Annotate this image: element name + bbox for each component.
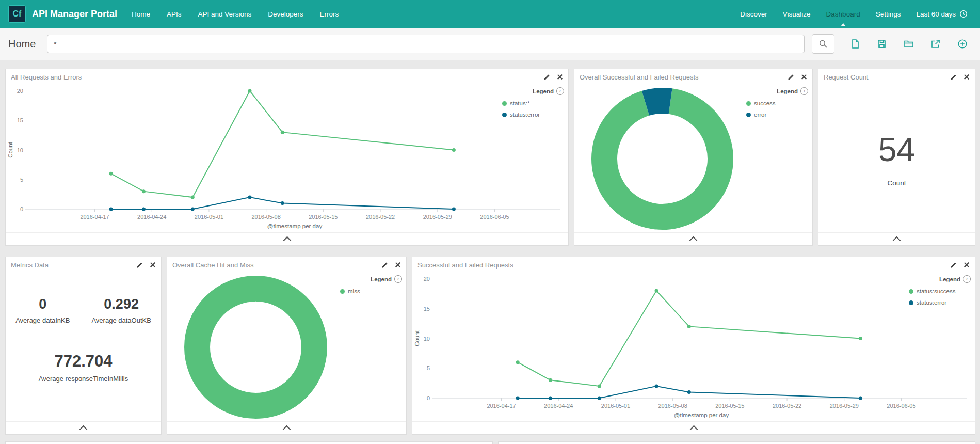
legend-item[interactable]: status:success: [909, 288, 971, 294]
chart-legend: Legend›status:*status:error: [502, 87, 564, 123]
app-title: API Manager Portal: [32, 9, 117, 20]
legend-item[interactable]: miss: [340, 288, 402, 294]
nav-item-errors[interactable]: Errors: [319, 10, 339, 18]
legend-toggle[interactable]: Legend›: [502, 87, 564, 95]
search-button[interactable]: [812, 34, 834, 54]
svg-text:2016-05-29: 2016-05-29: [830, 403, 859, 409]
panel-title: Overall Cache Hit and Miss: [172, 261, 381, 269]
legend-item[interactable]: status:error: [502, 112, 564, 118]
svg-text:5: 5: [427, 365, 430, 371]
panel-partial-left: [5, 441, 493, 444]
edit-panel-icon[interactable]: [381, 262, 388, 268]
edit-panel-icon[interactable]: [788, 74, 794, 81]
legend-color-dot: [502, 101, 507, 106]
chevron-up-icon: [79, 425, 88, 434]
chevron-up-icon: [283, 236, 291, 245]
line-chart-success-failed: 051015202016-04-172016-04-242016-05-0120…: [412, 273, 975, 422]
svg-text:2016-05-08: 2016-05-08: [252, 214, 281, 220]
panel-header: Overall Successful and Failed Requests: [574, 69, 812, 85]
svg-text:0: 0: [20, 206, 23, 212]
panel-title: Successful and Failed Requests: [417, 261, 950, 269]
time-filter-button[interactable]: Last 60 days: [916, 10, 968, 18]
legend-item[interactable]: status:*: [502, 100, 564, 106]
svg-text:2016-05-15: 2016-05-15: [715, 403, 744, 409]
legend-collapse-icon: ›: [800, 87, 808, 95]
panel-metrics-data: Metrics Data 0 Average dataInKB 0.292 Av…: [5, 257, 162, 435]
panel-title: Overall Successful and Failed Requests: [580, 73, 788, 81]
panel-collapse-button[interactable]: [6, 232, 568, 245]
panel-collapse-button[interactable]: [6, 421, 161, 434]
edit-panel-icon[interactable]: [950, 262, 957, 268]
panel-header: Request Count: [818, 69, 975, 85]
close-panel-icon[interactable]: [395, 262, 401, 268]
metric-label: Average dataOutKB: [91, 316, 151, 324]
legend-color-dot: [340, 289, 345, 294]
clock-icon: [959, 10, 968, 18]
dashboard-name: Home: [8, 38, 36, 50]
close-panel-icon[interactable]: [963, 74, 970, 80]
coldfusion-logo: Cf: [8, 5, 26, 23]
svg-text:2016-04-24: 2016-04-24: [544, 403, 573, 409]
legend-toggle[interactable]: Legend›: [909, 275, 971, 283]
nav-item-discover[interactable]: Discover: [740, 10, 767, 18]
legend-collapse-icon: ›: [963, 275, 971, 283]
panel-collapse-button[interactable]: [167, 421, 406, 434]
svg-text:2016-05-01: 2016-05-01: [195, 214, 223, 220]
chart-legend: Legend›status:successstatus:error: [909, 275, 971, 311]
legend-collapse-icon: ›: [556, 87, 564, 95]
nav-item-developers[interactable]: Developers: [268, 10, 303, 18]
toolbar-actions: [850, 39, 972, 49]
add-panel-icon[interactable]: [957, 39, 968, 49]
metric-label: Count: [887, 179, 906, 187]
edit-panel-icon[interactable]: [543, 74, 550, 81]
nav-item-apis[interactable]: APIs: [167, 10, 182, 18]
edit-panel-icon[interactable]: [950, 74, 957, 81]
nav-item-api-and-versions[interactable]: API and Versions: [198, 10, 252, 18]
legend-item[interactable]: error: [746, 112, 808, 118]
close-panel-icon[interactable]: [150, 262, 156, 268]
legend-color-dot: [746, 113, 751, 117]
panel-header: All Requests and Errors: [6, 69, 568, 85]
nav-item-settings[interactable]: Settings: [876, 10, 901, 18]
panel-collapse-button[interactable]: [574, 232, 812, 245]
metric-value: 0: [15, 296, 70, 312]
nav-item-dashboard[interactable]: Dashboard: [826, 10, 860, 18]
legend-item[interactable]: success: [746, 100, 808, 106]
share-icon[interactable]: [930, 39, 941, 49]
svg-text:2016-05-22: 2016-05-22: [366, 214, 395, 220]
close-panel-icon[interactable]: [557, 74, 563, 80]
chart-legend: Legend›miss: [340, 275, 402, 299]
edit-panel-icon[interactable]: [136, 262, 143, 268]
metric-request-count: 54 Count: [818, 85, 975, 233]
panel-header: Overall Cache Hit and Miss: [167, 257, 406, 273]
search-input[interactable]: [47, 35, 805, 53]
legend-toggle[interactable]: Legend›: [746, 87, 808, 95]
chart-legend: Legend›successerror: [746, 87, 808, 123]
legend-color-dot: [746, 101, 751, 106]
legend-color-dot: [502, 113, 507, 117]
panel-collapse-button[interactable]: [412, 421, 975, 434]
save-icon[interactable]: [877, 39, 887, 49]
svg-text:10: 10: [17, 147, 23, 153]
panel-overall-success-failed: Overall Successful and Failed Requests L…: [574, 69, 813, 246]
panel-collapse-button[interactable]: [818, 232, 975, 245]
close-panel-icon[interactable]: [963, 262, 970, 268]
nav-item-home[interactable]: Home: [132, 10, 150, 18]
svg-text:10: 10: [424, 336, 430, 342]
open-folder-icon[interactable]: [904, 39, 914, 49]
secondary-nav: Discover Visualize Dashboard Settings La…: [740, 10, 972, 18]
legend-item[interactable]: status:error: [909, 299, 971, 306]
new-document-icon[interactable]: [850, 39, 860, 49]
svg-text:2016-04-24: 2016-04-24: [137, 214, 166, 220]
nav-item-visualize[interactable]: Visualize: [783, 10, 811, 18]
metric-value: 54: [878, 131, 915, 169]
metric-value: 0.292: [91, 296, 151, 312]
search-icon: [818, 39, 828, 49]
metric-label: Average responseTimeInMillis: [6, 375, 161, 383]
metric-value: 772.704: [6, 352, 161, 371]
metric-response-time: 772.704 Average responseTimeInMillis: [6, 352, 161, 383]
legend-toggle[interactable]: Legend›: [340, 275, 402, 283]
panel-all-requests-and-errors: All Requests and Errors 051015202016-04-…: [5, 69, 569, 246]
chevron-up-icon: [689, 236, 698, 245]
close-panel-icon[interactable]: [801, 74, 807, 80]
